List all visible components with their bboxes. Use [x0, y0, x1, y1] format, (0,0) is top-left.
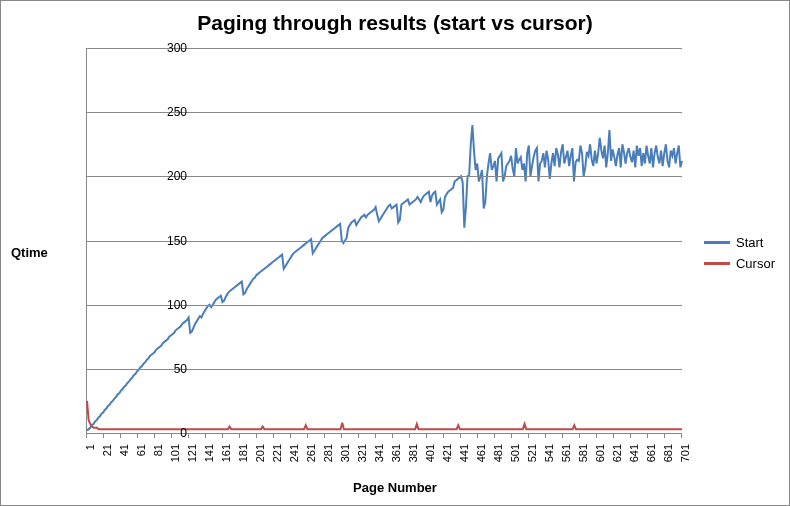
x-tick-mark: [443, 433, 444, 438]
x-tick-mark: [460, 433, 461, 438]
chart-frame: Paging through results (start vs cursor)…: [0, 0, 790, 506]
x-tick-mark: [103, 433, 104, 438]
x-tick-label: 461: [475, 444, 487, 462]
x-tick-mark: [273, 433, 274, 438]
x-tick-label: 421: [441, 444, 453, 462]
x-tick-mark: [358, 433, 359, 438]
x-tick-label: 81: [152, 444, 164, 456]
x-tick-label: 21: [101, 444, 113, 456]
x-tick-label: 681: [662, 444, 674, 462]
y-tick-label: 100: [157, 298, 187, 312]
x-tick-mark: [256, 433, 257, 438]
x-tick-mark: [154, 433, 155, 438]
x-tick-mark: [681, 433, 682, 438]
x-tick-label: 381: [407, 444, 419, 462]
legend-item-cursor: Cursor: [704, 256, 775, 271]
x-tick-label: 541: [543, 444, 555, 462]
legend-swatch-cursor: [704, 262, 730, 265]
x-tick-label: 481: [492, 444, 504, 462]
x-tick-label: 321: [356, 444, 368, 462]
x-tick-mark: [341, 433, 342, 438]
x-tick-mark: [375, 433, 376, 438]
x-tick-label: 201: [254, 444, 266, 462]
x-tick-mark: [477, 433, 478, 438]
x-tick-mark: [188, 433, 189, 438]
chart-title: Paging through results (start vs cursor): [1, 11, 789, 35]
x-tick-label: 221: [271, 444, 283, 462]
x-tick-mark: [324, 433, 325, 438]
x-tick-mark: [307, 433, 308, 438]
x-tick-label: 561: [560, 444, 572, 462]
x-tick-label: 641: [628, 444, 640, 462]
x-tick-label: 341: [373, 444, 385, 462]
x-tick-mark: [137, 433, 138, 438]
x-tick-label: 501: [509, 444, 521, 462]
y-tick-label: 150: [157, 234, 187, 248]
x-tick-label: 241: [288, 444, 300, 462]
x-tick-label: 621: [611, 444, 623, 462]
x-tick-mark: [86, 433, 87, 438]
x-tick-mark: [545, 433, 546, 438]
y-axis-label: Qtime: [11, 245, 48, 260]
y-tick-label: 250: [157, 105, 187, 119]
x-tick-label: 401: [424, 444, 436, 462]
x-tick-mark: [392, 433, 393, 438]
legend-item-start: Start: [704, 235, 775, 250]
x-tick-mark: [239, 433, 240, 438]
x-tick-label: 41: [118, 444, 130, 456]
x-tick-mark: [511, 433, 512, 438]
x-tick-label: 261: [305, 444, 317, 462]
x-axis-label: Page Number: [1, 480, 789, 495]
x-tick-label: 141: [203, 444, 215, 462]
x-tick-mark: [494, 433, 495, 438]
series-line-cursor: [87, 401, 682, 429]
x-tick-mark: [647, 433, 648, 438]
x-tick-mark: [171, 433, 172, 438]
x-tick-label: 441: [458, 444, 470, 462]
x-tick-label: 61: [135, 444, 147, 456]
x-tick-label: 661: [645, 444, 657, 462]
x-tick-label: 161: [220, 444, 232, 462]
legend-label-start: Start: [736, 235, 763, 250]
x-tick-mark: [426, 433, 427, 438]
x-tick-mark: [613, 433, 614, 438]
y-tick-label: 200: [157, 169, 187, 183]
x-tick-mark: [579, 433, 580, 438]
x-tick-mark: [596, 433, 597, 438]
x-tick-mark: [290, 433, 291, 438]
x-tick-label: 1: [84, 444, 96, 450]
x-tick-mark: [562, 433, 563, 438]
x-tick-mark: [120, 433, 121, 438]
x-tick-label: 101: [169, 444, 181, 462]
x-tick-label: 701: [679, 444, 691, 462]
x-tick-mark: [630, 433, 631, 438]
x-tick-mark: [664, 433, 665, 438]
x-tick-label: 281: [322, 444, 334, 462]
legend-swatch-start: [704, 241, 730, 244]
x-tick-label: 601: [594, 444, 606, 462]
x-tick-label: 581: [577, 444, 589, 462]
x-tick-mark: [528, 433, 529, 438]
x-tick-label: 301: [339, 444, 351, 462]
x-ticks: 1214161811011211411611812012212412612813…: [86, 438, 681, 480]
x-tick-label: 121: [186, 444, 198, 462]
x-tick-label: 521: [526, 444, 538, 462]
x-tick-mark: [222, 433, 223, 438]
x-tick-mark: [409, 433, 410, 438]
legend: Start Cursor: [704, 229, 775, 277]
y-tick-label: 300: [157, 41, 187, 55]
x-tick-mark: [205, 433, 206, 438]
x-tick-label: 181: [237, 444, 249, 462]
y-tick-label: 50: [157, 362, 187, 376]
legend-label-cursor: Cursor: [736, 256, 775, 271]
x-tick-label: 361: [390, 444, 402, 462]
